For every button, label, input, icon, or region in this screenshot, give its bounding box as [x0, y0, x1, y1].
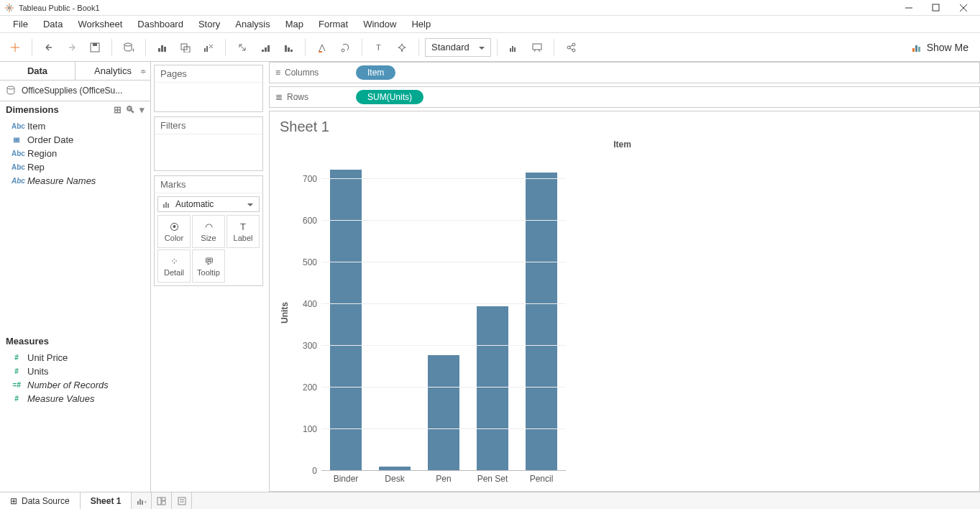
menu-dashboard[interactable]: Dashboard	[130, 17, 191, 32]
maximize-button[interactable]	[931, 3, 941, 13]
group-button[interactable]	[334, 37, 356, 58]
marks-detail[interactable]: ⁘Detail	[157, 249, 191, 283]
marks-size[interactable]: ◠Size	[192, 215, 225, 248]
close-button[interactable]	[958, 3, 968, 13]
new-dashboard-icon[interactable]	[152, 492, 172, 509]
abc-icon: Abc	[12, 177, 22, 185]
new-datasource-button[interactable]: +	[118, 37, 139, 58]
new-story-icon[interactable]	[172, 492, 192, 509]
gridline	[321, 470, 566, 471]
y-tick: 400	[303, 299, 317, 309]
filters-body[interactable]	[155, 134, 262, 170]
separator	[497, 39, 498, 56]
plot-area[interactable]	[321, 154, 566, 471]
meas-measure-values[interactable]: #Measure Values	[0, 392, 150, 405]
dim-region[interactable]: AbcRegion	[0, 147, 150, 160]
tab-sheet1[interactable]: Sheet 1	[81, 492, 132, 509]
menu-window[interactable]: Window	[356, 17, 403, 32]
marks-color[interactable]: ⦿Color	[157, 215, 191, 248]
marks-label[interactable]: TLabel	[226, 215, 260, 248]
menu-caret-icon[interactable]: ▾	[139, 104, 145, 115]
svg-rect-50	[137, 501, 139, 505]
duplicate-button[interactable]	[175, 37, 196, 58]
pages-card[interactable]: Pages	[154, 65, 263, 112]
dim-rep[interactable]: AbcRep	[0, 160, 150, 174]
sort-desc-button[interactable]	[278, 37, 299, 58]
redo-button[interactable]	[61, 37, 83, 58]
view-pane: ≡Columns Item ≣Rows SUM(Units) Sheet 1 I…	[266, 62, 980, 492]
fit-select[interactable]: Standard	[425, 38, 491, 57]
highlight-button[interactable]	[311, 37, 333, 58]
y-tick: 200	[303, 382, 317, 393]
bar-pen[interactable]	[428, 355, 459, 471]
titlebar: Tableau Public - Book1	[0, 0, 980, 16]
filters-card[interactable]: Filters	[154, 116, 263, 171]
columns-label: Columns	[285, 68, 319, 78]
bottom-bar: ⊞Data Source Sheet 1 +	[0, 492, 980, 509]
field-label: Region	[27, 148, 57, 159]
svg-line-41	[569, 45, 572, 47]
new-worksheet-button[interactable]	[152, 37, 173, 58]
pill-item[interactable]: Item	[356, 65, 395, 80]
tab-data-source[interactable]: ⊞Data Source	[0, 492, 81, 509]
dim-item[interactable]: AbcItem	[0, 119, 150, 133]
minimize-button[interactable]	[904, 3, 914, 13]
svg-rect-24	[265, 47, 267, 52]
menu-format[interactable]: Format	[311, 17, 355, 32]
sort-asc-button[interactable]	[255, 37, 276, 58]
dim-measure-names[interactable]: AbcMeasure Names	[0, 174, 150, 188]
sheet-title[interactable]: Sheet 1	[277, 117, 968, 139]
rows-shelf[interactable]: ≣Rows SUM(Units)	[269, 86, 980, 108]
swap-button[interactable]	[232, 37, 253, 58]
menu-data[interactable]: Data	[36, 17, 70, 32]
menu-map[interactable]: Map	[278, 17, 311, 32]
dim-order-date[interactable]: 📅︎Order Date	[0, 133, 150, 147]
svg-rect-52	[142, 500, 143, 505]
menu-help[interactable]: Help	[404, 17, 438, 32]
svg-rect-34	[514, 47, 516, 52]
marks-type-select[interactable]: Automatic	[157, 196, 260, 212]
meas-unit-price[interactable]: #Unit Price	[0, 351, 150, 364]
show-me-button[interactable]: Show Me	[911, 42, 976, 53]
pages-body[interactable]	[155, 83, 262, 111]
tab-data[interactable]: Data	[0, 62, 75, 80]
svg-rect-28	[290, 50, 293, 52]
meas-units[interactable]: #Units	[0, 364, 150, 378]
menu-worksheet[interactable]: Worksheet	[70, 17, 129, 32]
pin-button[interactable]	[391, 37, 413, 58]
marks-btn-label: Detail	[164, 268, 184, 277]
dimensions-header: Dimensions ⊞🔍︎▾	[0, 101, 150, 118]
presentation-button[interactable]	[526, 37, 548, 58]
y-axis-title: Units	[280, 302, 290, 324]
save-button[interactable]	[84, 37, 106, 58]
labels-button[interactable]: T	[368, 37, 390, 58]
bar-pencil[interactable]	[526, 173, 557, 471]
filters-header: Filters	[155, 117, 262, 134]
new-worksheet-icon[interactable]: +	[132, 492, 152, 509]
menu-story[interactable]: Story	[191, 17, 227, 32]
columns-shelf[interactable]: ≡Columns Item	[269, 62, 980, 83]
menu-file[interactable]: File	[6, 17, 35, 32]
y-tick: 100	[303, 424, 317, 434]
datasource-row[interactable]: OfficeSupplies (OfficeSu...	[0, 81, 150, 101]
search-icon[interactable]: 🔍︎	[126, 104, 135, 115]
marks-tooltip[interactable]: 💬︎Tooltip	[192, 249, 225, 283]
share-button[interactable]	[560, 37, 582, 58]
undo-button[interactable]	[38, 37, 60, 58]
show-cards-button[interactable]	[503, 37, 525, 58]
dimensions-list: AbcItem 📅︎Order Date AbcRegion AbcRep Ab…	[0, 118, 150, 189]
bar-binder[interactable]	[330, 170, 362, 471]
tableau-icon[interactable]	[4, 37, 26, 58]
bar-pen-set[interactable]	[477, 306, 508, 471]
abc-icon: Abc	[12, 163, 22, 171]
svg-rect-44	[915, 45, 917, 52]
marks-buttons: ⦿Color ◠Size TLabel ⁘Detail 💬︎Tooltip	[157, 215, 260, 283]
meas-number-records[interactable]: =#Number of Records	[0, 378, 150, 392]
clear-button[interactable]	[198, 37, 219, 58]
tab-analytics[interactable]: Analytics≑	[75, 62, 150, 80]
listview-icon[interactable]: ⊞	[114, 104, 122, 115]
svg-rect-35	[533, 44, 541, 50]
pill-sum-units[interactable]: SUM(Units)	[356, 90, 423, 104]
menu-analysis[interactable]: Analysis	[228, 17, 277, 32]
field-label: Number of Records	[27, 380, 109, 390]
